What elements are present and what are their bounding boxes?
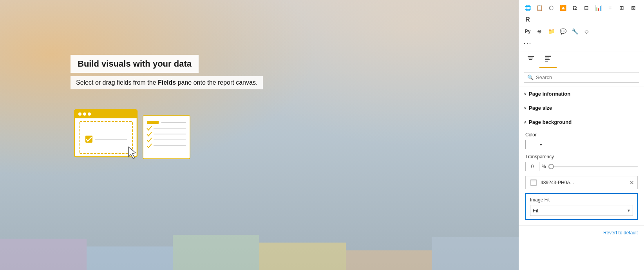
icon-r[interactable]: R (522, 14, 533, 25)
search-input-wrap: 🔍 (524, 72, 639, 83)
icon-map[interactable]: 🔼 (557, 2, 568, 13)
color-swatch-row: ▾ (525, 140, 638, 149)
transparency-input[interactable] (525, 162, 539, 171)
image-fit-section: Image Fit Fit Fill Normal Tile (525, 193, 638, 220)
color-label: Color (525, 132, 638, 138)
svg-rect-20 (545, 58, 549, 58)
icon-list[interactable]: ≡ (604, 2, 615, 13)
tab-row (519, 51, 644, 68)
icon-grid[interactable]: ⊞ (616, 2, 627, 13)
icon-py[interactable]: Py (522, 26, 533, 37)
search-input[interactable] (536, 74, 636, 80)
page-information-section: ∨ Page information (519, 87, 644, 101)
page-information-header[interactable]: ∨ Page information (519, 87, 644, 101)
icon-table[interactable]: 📋 (534, 2, 545, 13)
canvas-content: Build visuals with your data Select or d… (71, 55, 263, 89)
icon-row-3: ··· (522, 38, 641, 49)
page-background-label: Page background (529, 119, 572, 125)
page-size-chevron: ∨ (524, 106, 526, 110)
transparency-label: Transparency (525, 154, 638, 159)
icon-speech[interactable]: 💬 (557, 26, 568, 37)
revert-link[interactable]: Revert to default (603, 230, 638, 236)
subtext: Select or drag fields from the Fields pa… (76, 79, 257, 86)
search-container: 🔍 (519, 68, 644, 87)
page-background-header[interactable]: ∧ Page background (519, 115, 644, 129)
headline-text: Build visuals with your data (78, 59, 192, 69)
page-size-label: Page size (529, 105, 552, 111)
page-background-body: Color ▾ Transparency % (519, 129, 644, 225)
subtext-bold: Fields (158, 79, 176, 86)
svg-rect-18 (529, 59, 532, 60)
tab-format[interactable] (539, 51, 557, 68)
tab-filters[interactable] (522, 51, 539, 68)
illustration (71, 106, 196, 169)
image-fit-label: Image Fit (530, 197, 633, 203)
transparency-controls: % (525, 162, 638, 171)
icon-omega[interactable]: Ω (569, 2, 580, 13)
svg-point-3 (83, 112, 86, 116)
page-information-label: Page information (529, 91, 570, 97)
icon-gear[interactable]: 🔧 (569, 26, 580, 37)
color-dropdown-btn[interactable]: ▾ (538, 140, 544, 149)
slider-thumb[interactable] (548, 164, 554, 169)
icon-folder[interactable]: 📁 (546, 26, 557, 37)
page-size-section: ∨ Page size (519, 101, 644, 115)
icon-matrix[interactable]: ⊟ (581, 2, 592, 13)
svg-rect-24 (531, 180, 536, 181)
subtext-prefix: Select or drag fields from the (76, 79, 158, 86)
headline-box: Build visuals with your data (71, 55, 199, 73)
page-size-header[interactable]: ∨ Page size (519, 101, 644, 115)
icon-more[interactable]: ··· (522, 38, 533, 49)
svg-rect-16 (528, 56, 534, 57)
icon-grid2[interactable]: ⊠ (628, 2, 639, 13)
image-remove-btn[interactable]: ✕ (630, 179, 634, 186)
svg-rect-22 (545, 61, 548, 62)
page-information-chevron: ∨ (524, 92, 526, 96)
image-fit-select[interactable]: Fit Fill Normal Tile (530, 205, 633, 216)
svg-rect-17 (528, 58, 533, 58)
icon-diamond[interactable]: ◇ (581, 26, 592, 37)
svg-rect-9 (147, 121, 159, 124)
revert-row: Revert to default (519, 226, 644, 239)
icon-row-1: 🌐 📋 ⬡ 🔼 Ω ⊟ 📊 ≡ ⊞ ⊠ R (522, 2, 641, 25)
toolbar-icons-area: 🌐 📋 ⬡ 🔼 Ω ⊟ 📊 ≡ ⊞ ⊠ R Py ⊕ 📁 💬 🔧 ◇ ··· (519, 0, 644, 51)
image-filename: 489243-PH0A... (541, 180, 627, 185)
page-background-section: ∧ Page background Color ▾ Transparency % (519, 115, 644, 226)
subtext-suffix: pane onto the report canvas. (176, 79, 257, 86)
transparency-row: Transparency % (525, 154, 638, 171)
svg-point-4 (88, 112, 91, 116)
color-swatch[interactable] (525, 140, 536, 149)
search-icon: 🔍 (527, 74, 534, 80)
main-canvas: Build visuals with your data Select or d… (0, 0, 519, 270)
percent-label: % (542, 164, 546, 169)
subtext-box: Select or drag fields from the Fields pa… (71, 76, 263, 89)
icon-globe[interactable]: 🌐 (522, 2, 533, 13)
image-fit-select-wrapper: Fit Fill Normal Tile (530, 205, 633, 216)
icon-chart[interactable]: 📊 (593, 2, 604, 13)
image-file-row: 489243-PH0A... ✕ (525, 176, 638, 189)
svg-rect-19 (545, 56, 551, 57)
icon-hex[interactable]: ⬡ (546, 2, 557, 13)
svg-rect-21 (545, 59, 550, 60)
slider-track[interactable] (548, 166, 638, 167)
icon-add[interactable]: ⊕ (534, 26, 545, 37)
page-background-chevron: ∧ (524, 120, 526, 124)
icon-row-2: Py ⊕ 📁 💬 🔧 ◇ (522, 26, 641, 37)
right-panel: 🌐 📋 ⬡ 🔼 Ω ⊟ 📊 ≡ ⊞ ⊠ R Py ⊕ 📁 💬 🔧 ◇ ··· (519, 0, 644, 270)
svg-point-2 (78, 112, 81, 116)
color-bars (0, 223, 519, 270)
image-thumb (529, 178, 538, 187)
